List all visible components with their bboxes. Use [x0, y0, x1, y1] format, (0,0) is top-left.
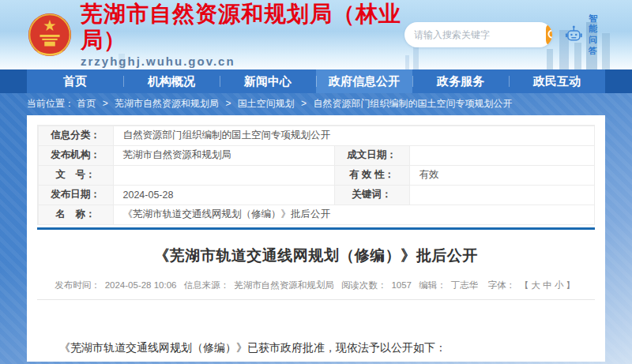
search-icon: [546, 28, 552, 42]
document-info-table: 信息分类： 自然资源部门组织编制的国土空间专项规划公开 发布机构： 芜湖市自然资…: [37, 125, 595, 225]
written-date-label: 成文日期：: [334, 145, 410, 166]
ai-qa-widget[interactable]: 智能 问答: [563, 13, 605, 57]
search-input[interactable]: [404, 29, 546, 40]
source-value: 芜湖市自然资源和规划局: [234, 280, 334, 290]
publisher-value: 芜湖市自然资源和规划局: [113, 145, 335, 166]
info-class-value: 自然资源部门组织编制的国土空间专项规划公开: [113, 126, 595, 146]
views-value: 1057: [391, 280, 412, 290]
site-url: zrzyhghj.wuhu.gov.cn: [81, 54, 404, 68]
breadcrumb-link-home[interactable]: 首页: [77, 98, 96, 109]
breadcrumb: 当前位置： 首页 > 芜湖市自然资源和规划局 > 国土空间规划 > 自然资源部门…: [27, 93, 605, 115]
font-medium-button[interactable]: 中: [543, 280, 552, 290]
nav-item-org-overview[interactable]: 机构概况: [123, 69, 220, 93]
publish-time-value: 2024-05-28 10:06: [105, 280, 177, 290]
national-emblem-icon: ★: [27, 12, 73, 58]
breadcrumb-link-current[interactable]: 自然资源部门组织编制的国土空间专项规划公开: [313, 98, 512, 109]
article-meta: 发布时间：2024-05-28 10:06 信息来源：芜湖市自然资源和规划局 阅…: [37, 280, 595, 291]
ai-qa-label: 智能 问答: [589, 13, 605, 57]
article-body: 《芜湖市轨道交通线网规划（修编）》已获市政府批准，现依法予以公开如下： 一、编制…: [37, 339, 595, 364]
article-title: 《芜湖市轨道交通线网规划（修编）》批后公开: [37, 246, 595, 266]
written-date-value: [409, 145, 595, 166]
keyword-value: [409, 185, 595, 205]
publish-time-label: 发布时间：: [55, 280, 100, 290]
search-button[interactable]: [546, 22, 552, 47]
validity-label: 有 效 性：: [334, 165, 410, 186]
publish-date-value: 2024-05-28: [113, 185, 335, 205]
name-label: 名 称：: [38, 205, 114, 225]
editor-label: 编辑：: [419, 280, 446, 290]
breadcrumb-prefix: 当前位置：: [27, 98, 74, 109]
source-label: 信息来源：: [184, 280, 230, 290]
font-size-switcher: 字体：【大 中 小】: [485, 280, 577, 290]
doc-no-label: 文 号：: [38, 165, 114, 186]
publisher-label: 发布机构：: [38, 145, 114, 166]
validity-value: 有效: [409, 165, 595, 186]
nav-item-news-center[interactable]: 新闻中心: [220, 69, 316, 93]
breadcrumb-link-bureau[interactable]: 芜湖市自然资源和规划局: [115, 98, 219, 109]
site-title: 芜湖市自然资源和规划局（林业局）: [81, 2, 404, 52]
name-value: 《芜湖市轨道交通线网规划（修编）》批后公开: [113, 205, 595, 225]
nav-item-gov-services[interactable]: 政务服务: [412, 69, 509, 93]
info-class-label: 信息分类：: [38, 126, 114, 146]
doc-no-value: [113, 165, 335, 186]
robot-icon: [563, 24, 585, 46]
main-nav: 首页 机构概况 新闻中心 政府信息公开 政务服务 政民互动: [0, 69, 632, 93]
nav-item-home[interactable]: 首页: [27, 69, 123, 93]
breadcrumb-link-spatial-planning[interactable]: 国土空间规划: [238, 98, 295, 109]
views-label: 阅读次数：: [341, 280, 387, 290]
page-background: 当前位置： 首页 > 芜湖市自然资源和规划局 > 国土空间规划 > 自然资源部门…: [0, 93, 632, 364]
nav-item-public-interaction[interactable]: 政民互动: [509, 69, 605, 93]
publish-date-label: 发布日期：: [38, 185, 114, 205]
content-card: 信息分类： 自然资源部门组织编制的国土空间专项规划公开 发布机构： 芜湖市自然资…: [27, 115, 605, 362]
site-header: ★ 芜湖市自然资源和规划局（林业局） zrzyhghj.wuhu.gov.cn: [0, 0, 632, 69]
font-small-button[interactable]: 小: [555, 280, 564, 290]
article-section: 《芜湖市轨道交通线网规划（修编）》批后公开 发布时间：2024-05-28 10…: [37, 227, 595, 364]
keyword-label: 关键词：: [334, 185, 410, 205]
page: ★ 芜湖市自然资源和规划局（林业局） zrzyhghj.wuhu.gov.cn: [0, 0, 632, 364]
meta-divider: [37, 299, 595, 300]
article-paragraph: 《芜湖市轨道交通线网规划（修编）》已获市政府批准，现依法予以公开如下：: [37, 339, 595, 356]
site-logo-block[interactable]: ★ 芜湖市自然资源和规划局（林业局） zrzyhghj.wuhu.gov.cn: [27, 2, 404, 67]
svg-text:★: ★: [43, 17, 56, 34]
search-bar: [404, 22, 552, 47]
font-large-button[interactable]: 大: [531, 280, 540, 290]
nav-item-gov-info-disclosure[interactable]: 政府信息公开: [316, 69, 412, 93]
editor-value: 丁志华: [451, 280, 479, 290]
